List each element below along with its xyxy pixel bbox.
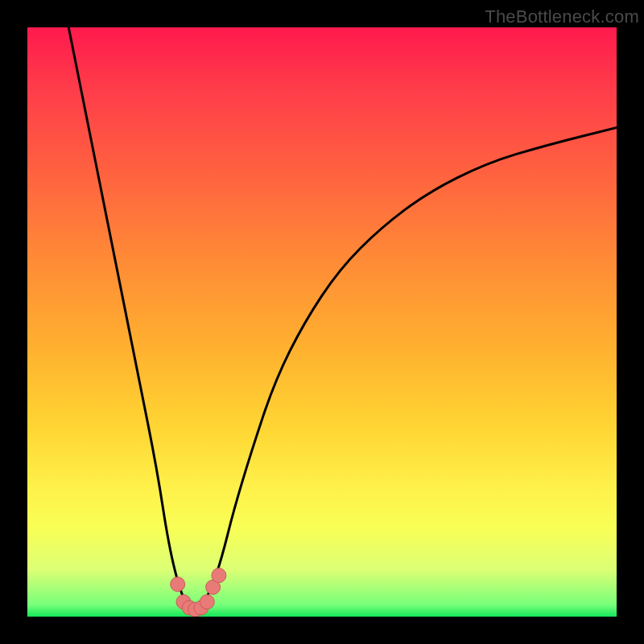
performance-gradient: [27, 27, 617, 617]
attribution-text: TheBottleneck.com: [485, 6, 639, 27]
plot-area: [27, 27, 617, 617]
